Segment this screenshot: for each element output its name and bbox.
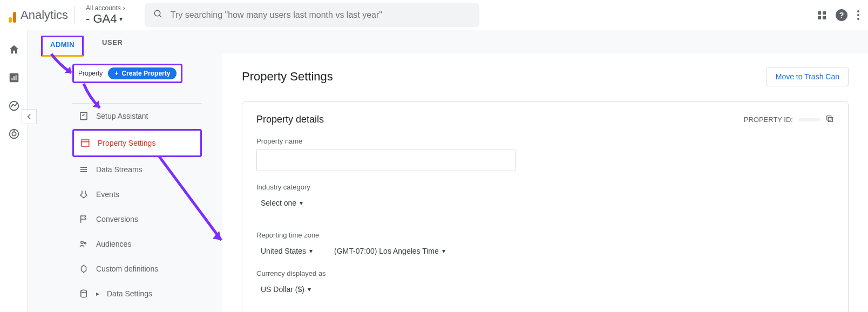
property-name-input[interactable] [256,150,516,171]
left-rail [0,30,28,312]
analytics-logo-icon [9,8,16,23]
svg-rect-22 [827,116,831,120]
svg-point-18 [85,242,86,244]
nav-label: Conversions [96,215,138,223]
reports-icon[interactable] [8,71,21,84]
property-id: PROPERTY ID: [744,114,834,125]
svg-rect-4 [13,76,15,80]
nav-events[interactable]: Events [72,182,202,207]
svg-point-20 [81,290,87,293]
property-column: Property + Create Property Setup Assista… [60,54,222,312]
timezone-offset-select[interactable]: (GMT-07:00) Los Angeles Time ▾ [330,243,450,259]
custom-icon [79,264,89,274]
property-name-suffix: - GA4 [86,12,117,26]
nav-label: Data Streams [96,165,143,174]
svg-rect-11 [82,140,89,146]
caret-down-icon: ▾ [442,247,445,255]
property-details-card: Property details PROPERTY ID: Property n… [242,101,849,312]
apps-icon[interactable] [818,11,826,19]
chevron-right-icon: ▸ [96,290,99,297]
more-menu-icon[interactable] [857,10,859,20]
svg-point-6 [9,101,18,111]
advertising-icon[interactable] [8,127,21,140]
search-box[interactable] [145,3,479,27]
svg-point-17 [81,241,84,244]
help-icon[interactable]: ? [836,9,847,21]
create-property-label: Create Property [121,70,170,77]
svg-rect-10 [80,112,87,120]
caret-down-icon: ▾ [309,247,313,255]
industry-select[interactable]: Select one ▾ [256,195,307,211]
settings-panel-icon [80,138,90,148]
currency-value: US Dollar ($) [261,285,304,294]
caret-down-icon: ▾ [308,286,311,293]
search-icon [153,9,163,21]
checklist-icon [79,111,89,121]
property-id-label: PROPERTY ID: [744,116,793,124]
tab-user[interactable]: USER [99,38,126,46]
nav-custom-definitions[interactable]: Custom definitions [72,256,202,281]
home-icon[interactable] [8,43,21,56]
svg-point-8 [12,132,16,135]
svg-rect-21 [828,117,832,121]
collapse-admin-button[interactable] [22,109,37,124]
logo-text: Analytics [21,8,68,22]
property-name-label: Property name [256,137,834,145]
industry-label: Industry category [256,183,834,191]
nav-setup-assistant[interactable]: Setup Assistant [72,104,202,128]
tz-country-value: United States [261,247,306,255]
nav-property-settings[interactable]: Property Settings [72,129,202,157]
svg-rect-5 [15,75,16,80]
timezone-label: Reporting time zone [256,231,834,239]
card-heading: Property details [256,114,324,125]
chevron-right-icon: › [123,4,125,12]
events-icon [79,189,89,199]
nav-data-settings[interactable]: ▸ Data Settings [72,281,202,306]
content-pane: Property Settings Move to Trash Can Prop… [222,54,868,312]
create-property-button[interactable]: + Create Property [108,67,177,79]
database-icon [79,289,89,299]
admin-tabs: ADMIN USER [28,30,868,54]
flag-icon [79,214,89,224]
explore-icon[interactable] [8,99,21,112]
search-input[interactable] [171,10,471,20]
nav-label: Data Settings [107,289,152,298]
nav-conversions[interactable]: Conversions [72,207,202,232]
top-bar: Analytics All accounts › - GA4 ▾ ? [0,0,868,30]
property-id-value [798,118,820,121]
timezone-country-select[interactable]: United States ▾ [256,243,317,259]
nav-label: Events [96,190,119,199]
property-header: Property + Create Property [72,64,182,83]
property-subtitle [72,83,202,104]
analytics-logo: Analytics [9,8,68,23]
nav-data-streams[interactable]: Data Streams [72,157,202,182]
nav-label: Setup Assistant [96,112,148,120]
property-label: Property [78,70,103,77]
caret-down-icon: ▾ [300,199,303,207]
tz-offset-value: (GMT-07:00) Los Angeles Time [334,247,439,255]
divider [74,6,75,24]
currency-select[interactable]: US Dollar ($) ▾ [256,282,315,297]
nav-label: Property Settings [98,139,155,147]
svg-rect-3 [11,78,12,80]
people-icon [79,239,89,249]
move-to-trash-button[interactable]: Move to Trash Can [767,67,849,86]
all-accounts-label: All accounts [86,4,121,12]
industry-value: Select one [261,199,296,207]
svg-point-0 [154,10,160,16]
currency-label: Currency displayed as [256,269,834,277]
account-switcher[interactable]: All accounts › - GA4 ▾ [82,4,130,26]
svg-line-1 [159,15,161,17]
nav-label: Custom definitions [96,264,158,273]
nav-label: Audiences [96,240,131,248]
copy-icon[interactable] [825,114,834,125]
admin-panel: ADMIN USER Property + Create Property Se… [28,30,868,312]
nav-audiences[interactable]: Audiences [72,232,202,256]
streams-icon [79,165,89,174]
page-title: Property Settings [242,70,333,84]
svg-marker-19 [82,265,86,273]
caret-down-icon: ▾ [119,15,123,23]
plus-icon: + [114,70,118,77]
